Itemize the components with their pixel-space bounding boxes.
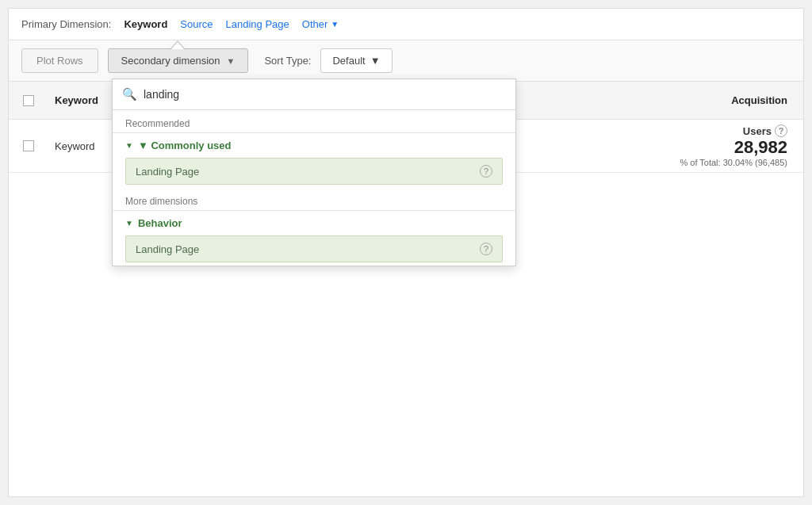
commonly-used-label: ▼ Commonly used	[138, 140, 232, 151]
sort-type-label: Sort Type:	[264, 55, 311, 67]
landing-page-item-label: Landing Page	[136, 166, 199, 178]
other-dropdown[interactable]: Other ▼	[302, 18, 339, 30]
header-checkbox-cell	[9, 95, 48, 106]
acquisition-column-header: Acquisition	[715, 88, 803, 113]
behavior-arrow-icon: ▼	[125, 219, 133, 228]
row-checkbox[interactable]	[23, 140, 34, 151]
other-arrow-icon: ▼	[331, 20, 339, 29]
landing-page-question-icon[interactable]: ?	[480, 165, 492, 178]
other-label: Other	[302, 18, 328, 30]
search-box: 🔍	[113, 79, 515, 110]
commonly-used-arrow-icon: ▼	[125, 141, 133, 150]
primary-dimension-bar: Primary Dimension: Keyword Source Landin…	[9, 9, 803, 40]
percent-value: 30.04% (96,485)	[723, 158, 787, 167]
search-input[interactable]	[144, 88, 506, 101]
primary-dimension-label: Primary Dimension:	[21, 18, 111, 30]
users-question-icon[interactable]: ?	[775, 124, 787, 137]
secondary-dimension-button[interactable]: Secondary dimension ▼	[108, 48, 249, 73]
percent-label: % of Total:	[680, 158, 720, 167]
behavior-landing-page-label: Landing Page	[136, 243, 199, 255]
secondary-dimension-arrow-icon: ▼	[227, 56, 236, 66]
commonly-used-group[interactable]: ▼ ▼ Commonly used	[113, 133, 515, 155]
landing-page-link[interactable]: Landing Page	[226, 18, 289, 30]
secondary-dimension-label: Secondary dimension	[121, 55, 220, 67]
primary-dimension-keyword: Keyword	[124, 18, 167, 30]
default-dropdown[interactable]: Default ▼	[320, 48, 392, 73]
landing-page-item-recommended[interactable]: Landing Page ?	[125, 158, 503, 185]
recommended-heading: Recommended	[113, 110, 515, 132]
landing-page-item-behavior[interactable]: Landing Page ?	[125, 235, 503, 262]
triangle-pointer	[170, 40, 185, 48]
toolbar-row: Plot Rows Secondary dimension ▼ Sort Typ…	[9, 40, 803, 82]
source-link[interactable]: Source	[180, 18, 213, 30]
users-percent: % of Total: 30.04% (96,485)	[680, 158, 787, 167]
users-label-row: Users ?	[680, 124, 787, 137]
behavior-label: Behavior	[138, 217, 182, 229]
secondary-dimension-dropdown: 🔍 Recommended ▼ ▼ Commonly used Landing …	[112, 78, 516, 266]
behavior-landing-page-question-icon[interactable]: ?	[480, 243, 492, 255]
keyword-value: Keyword	[55, 140, 95, 152]
default-arrow-icon: ▼	[370, 55, 381, 67]
row-checkbox-cell	[9, 140, 48, 151]
plot-rows-button[interactable]: Plot Rows	[21, 48, 98, 73]
users-cell: Users ? 28,982 % of Total: 30.04% (96,48…	[680, 124, 803, 167]
behavior-group[interactable]: ▼ Behavior	[113, 211, 515, 232]
more-dimensions-heading: More dimensions	[113, 188, 515, 210]
default-label: Default	[332, 55, 365, 67]
main-container: Primary Dimension: Keyword Source Landin…	[8, 8, 804, 497]
users-value: 28,982	[680, 137, 787, 158]
select-all-checkbox[interactable]	[23, 95, 34, 106]
search-icon: 🔍	[122, 87, 137, 101]
users-text: Users	[743, 125, 772, 137]
